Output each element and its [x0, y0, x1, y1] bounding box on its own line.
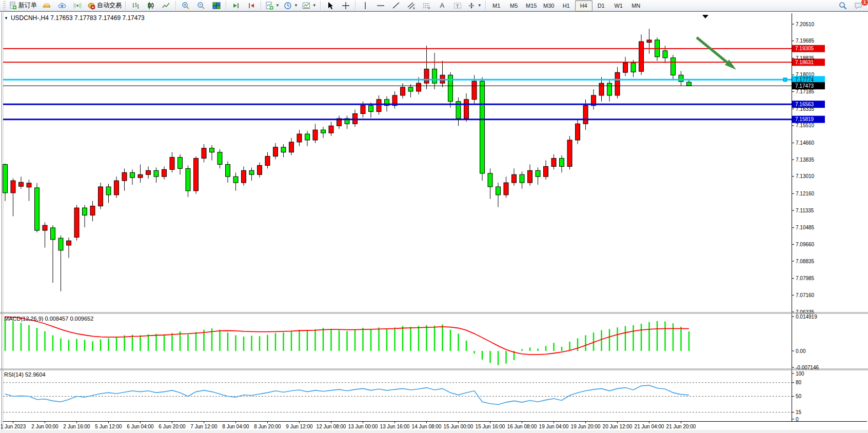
auto-scroll-button[interactable]	[228, 0, 244, 11]
svg-text:21 Jun 04:00: 21 Jun 04:00	[635, 424, 664, 429]
chart-shift-icon	[247, 2, 255, 10]
templates-button[interactable]: ▼	[300, 0, 319, 11]
timeframe-m15-button[interactable]: M15	[523, 0, 540, 11]
tile-windows-button[interactable]	[209, 0, 224, 11]
candlestick-mode-button[interactable]	[143, 0, 159, 11]
crosshair-tool-button[interactable]	[338, 0, 353, 11]
tile-windows-icon	[212, 2, 221, 10]
text-label-icon: T	[453, 2, 462, 10]
candles-layer	[3, 29, 692, 291]
toolbar-separator	[175, 1, 176, 10]
trendline-tool-button[interactable]	[388, 0, 404, 11]
timeframe-m5-button[interactable]: M5	[505, 0, 523, 11]
timeframe-m1-button[interactable]: M1	[488, 0, 505, 11]
chart-shift-button[interactable]	[244, 0, 259, 11]
svg-text:12 Jun 08:00: 12 Jun 08:00	[317, 424, 346, 429]
new-order-icon	[9, 2, 17, 10]
new-order-button[interactable]: 新订单	[7, 0, 39, 11]
timeframe-label: M1	[492, 3, 500, 9]
timeframe-h4-button[interactable]: H4	[575, 0, 593, 11]
template-icon	[302, 2, 310, 10]
zoom-out-icon	[197, 2, 205, 10]
toolbar-grip[interactable]	[3, 1, 6, 10]
svg-text:15 Jun 00:00: 15 Jun 00:00	[444, 424, 474, 429]
zoom-out-button[interactable]	[193, 0, 209, 11]
svg-text:21 Jun 20:00: 21 Jun 20:00	[666, 424, 696, 429]
svg-text:7.14660: 7.14660	[796, 140, 815, 146]
chart-canvas[interactable]: 7.193057.186317.177747.174737.165637.158…	[0, 12, 868, 430]
svg-text:7.07160: 7.07160	[796, 292, 815, 298]
svg-text:-0.007146: -0.007146	[796, 365, 819, 370]
main-toolbar: 新订单 自动交易	[0, 0, 868, 11]
indicators-button[interactable]: ▼	[263, 0, 282, 11]
horizontal-line-tool-button[interactable]	[373, 0, 388, 11]
chart-title-bar: ▼ USDCNH-,H4 7.17653 7.17783 7.17469 7.1…	[4, 14, 145, 22]
text-tool-icon: A	[440, 2, 444, 9]
equidistant-channel-tool-button[interactable]: E	[404, 0, 419, 11]
svg-text:7.09660: 7.09660	[796, 242, 815, 247]
time-axis: 1 Jun 20232 Jun 00:002 Jun 16:005 Jun 12…	[1, 421, 696, 429]
svg-text:14 Jun 08:00: 14 Jun 08:00	[412, 424, 442, 429]
rsi-layer	[5, 385, 689, 404]
vertical-line-tool-button[interactable]	[358, 0, 373, 11]
svg-text:7.12160: 7.12160	[796, 191, 815, 196]
fibonacci-tool-button[interactable]: F	[419, 0, 435, 11]
vertical-line-icon	[361, 2, 369, 10]
zoom-in-icon	[182, 2, 190, 10]
chart-window: 7.193057.186317.177747.174737.165637.158…	[0, 11, 868, 430]
timeframe-d1-button[interactable]: D1	[593, 0, 610, 11]
toolbar-separator	[320, 1, 321, 10]
arrows-icon	[467, 2, 476, 10]
line-chart-mode-button[interactable]	[159, 0, 174, 11]
svg-text:7.18010: 7.18010	[796, 72, 815, 77]
dropdown-arrow-icon: ▼	[294, 3, 298, 8]
svg-text:7.16335: 7.16335	[796, 106, 815, 112]
arrows-tool-button[interactable]: ▼	[465, 0, 484, 11]
timeframe-label: MN	[632, 3, 640, 9]
notifications-button[interactable]: 1	[851, 0, 866, 11]
horizontal-line-icon	[377, 2, 385, 10]
autotrade-icon	[87, 2, 95, 10]
cursor-icon	[326, 2, 334, 10]
timeframe-h1-button[interactable]: H1	[558, 0, 575, 11]
svg-text:5 Jun 12:00: 5 Jun 12:00	[95, 424, 122, 429]
toolbar-separator	[226, 1, 227, 10]
candlestick-icon	[147, 2, 155, 10]
svg-text:7.11335: 7.11335	[796, 208, 814, 213]
svg-text:6 Jun 20:00: 6 Jun 20:00	[159, 424, 186, 429]
symbol-collapse-icon[interactable]: ▼	[4, 16, 8, 21]
new-order-label: 新订单	[18, 1, 37, 10]
svg-text:20 Jun 12:00: 20 Jun 12:00	[603, 424, 633, 429]
signal-button[interactable]	[70, 0, 85, 11]
svg-text:0.00: 0.00	[796, 348, 806, 354]
svg-text:8 Jun 20:00: 8 Jun 20:00	[254, 424, 281, 429]
bar-chart-mode-button[interactable]	[128, 0, 143, 11]
search-icon	[839, 2, 847, 10]
dropdown-arrow-icon: ▼	[312, 3, 317, 8]
svg-text:16 Jun 08:00: 16 Jun 08:00	[507, 424, 537, 429]
timeframe-m30-button[interactable]: M30	[540, 0, 558, 11]
notification-badge: 1	[861, 0, 868, 6]
svg-text:7.15819: 7.15819	[795, 116, 814, 122]
rsi-axis: 1008050150	[792, 371, 804, 422]
market-watch-button[interactable]	[39, 0, 54, 11]
cloud-sync-button[interactable]	[54, 0, 70, 11]
timeframe-w1-button[interactable]: W1	[610, 0, 627, 11]
svg-text:E: E	[413, 7, 415, 10]
svg-text:9 Jun 12:00: 9 Jun 12:00	[286, 424, 313, 429]
dropdown-arrow-icon: ▼	[478, 3, 482, 8]
timeframe-label: H4	[580, 3, 587, 9]
timeframe-mn-button[interactable]: MN	[627, 0, 645, 11]
autotrade-button[interactable]: 自动交易	[85, 0, 124, 11]
search-button[interactable]	[835, 0, 851, 11]
zoom-in-button[interactable]	[178, 0, 193, 11]
text-label-tool-button[interactable]: T	[450, 0, 465, 11]
cursor-tool-button[interactable]	[323, 0, 338, 11]
macd-axis: 0.0149190.00-0.007146	[792, 314, 819, 370]
periods-button[interactable]: ▼	[282, 0, 300, 11]
crosshair-icon	[342, 2, 350, 10]
channel-icon: E	[407, 2, 416, 10]
svg-text:19 Jun 20:00: 19 Jun 20:00	[571, 424, 601, 429]
text-tool-button[interactable]: A	[435, 0, 450, 11]
cloud-icon	[58, 2, 66, 10]
